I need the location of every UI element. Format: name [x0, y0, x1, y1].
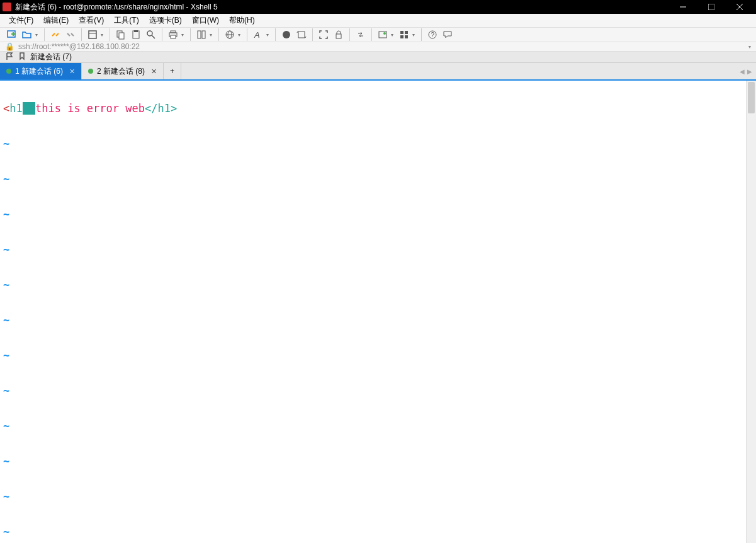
terminal-tilde: ~ — [3, 452, 753, 470]
dropdown-icon[interactable]: ▾ — [101, 32, 106, 38]
menu-bar: 文件(F) 编辑(E) 查看(V) 工具(T) 选项卡(B) 窗口(W) 帮助(… — [0, 14, 756, 28]
address-text[interactable]: ssh://root:******@192.168.100.80:22 — [18, 42, 140, 51]
reconnect-icon[interactable] — [48, 28, 62, 42]
menu-file[interactable]: 文件(F) — [5, 14, 37, 27]
svg-point-27 — [383, 32, 386, 35]
new-window-icon[interactable] — [376, 28, 390, 42]
copy-icon[interactable] — [114, 28, 128, 42]
scrollbar[interactable] — [746, 81, 756, 543]
menu-edit[interactable]: 编辑(E) — [40, 14, 72, 27]
bookmark-icon[interactable] — [18, 52, 26, 62]
tab-label: 1 新建会话 (6) — [15, 66, 63, 77]
status-dot-icon — [6, 69, 11, 74]
svg-rect-31 — [405, 35, 408, 38]
tab-session-2[interactable]: 2 新建会话 (8) ✕ — [82, 63, 164, 79]
title-bar: 新建会话 (6) - root@promote:/usr/share/nginx… — [0, 0, 756, 14]
separator — [110, 28, 110, 41]
paste-icon[interactable] — [129, 28, 143, 42]
app-icon — [3, 3, 11, 11]
terminal[interactable]: <h1>this is error web</h1> ~ ~ ~ ~ ~ ~ ~… — [0, 81, 756, 543]
menu-window[interactable]: 窗口(W) — [188, 14, 223, 27]
terminal-tilde: ~ — [3, 135, 753, 152]
terminal-tilde: ~ — [3, 241, 753, 258]
terminal-tilde: ~ — [3, 417, 753, 435]
svg-line-14 — [152, 35, 155, 38]
properties-icon[interactable] — [86, 28, 99, 42]
terminal-tilde: ~ — [3, 205, 753, 223]
svg-rect-16 — [171, 31, 176, 33]
globe-icon[interactable] — [223, 28, 237, 42]
next-tab-icon[interactable]: ▶ — [747, 68, 752, 75]
session-bar: 新建会话 (7) — [0, 52, 756, 63]
help-icon[interactable]: ? — [426, 28, 439, 42]
lock-icon: 🔒 — [5, 42, 14, 51]
tab-nav: ◀ ▶ — [740, 68, 752, 75]
fullscreen-icon[interactable] — [317, 28, 330, 42]
dropdown-icon[interactable]: ▾ — [748, 44, 751, 50]
lock-icon[interactable] — [332, 28, 346, 42]
disconnect-icon[interactable] — [64, 28, 77, 42]
svg-text:?: ? — [431, 31, 435, 38]
dropdown-icon[interactable]: ▾ — [391, 32, 396, 38]
terminal-line: <h1>this is error web</h1> — [3, 100, 753, 117]
separator — [371, 28, 372, 41]
print-icon[interactable] — [166, 28, 180, 42]
window-title: 新建会话 (6) - root@promote:/usr/share/nginx… — [15, 2, 669, 13]
separator — [349, 28, 350, 41]
menu-help[interactable]: 帮助(H) — [225, 14, 259, 27]
flag-icon[interactable] — [5, 52, 14, 62]
svg-text:A: A — [254, 30, 260, 40]
separator — [218, 28, 219, 41]
svg-rect-25 — [336, 34, 341, 38]
scrollbar-thumb[interactable] — [748, 82, 755, 113]
svg-rect-1 — [708, 4, 714, 10]
session-label[interactable]: 新建会话 (7) — [30, 52, 72, 62]
search-icon[interactable] — [144, 28, 158, 42]
svg-rect-18 — [198, 31, 201, 38]
maximize-button[interactable] — [697, 0, 725, 14]
status-dot-icon — [88, 69, 93, 74]
close-icon[interactable]: ✕ — [69, 67, 75, 76]
svg-rect-17 — [171, 35, 176, 38]
dropdown-icon[interactable]: ▾ — [181, 32, 186, 38]
svg-rect-30 — [400, 35, 403, 38]
svg-rect-12 — [134, 30, 138, 32]
close-button[interactable] — [725, 0, 753, 14]
svg-rect-28 — [400, 31, 403, 34]
svg-point-13 — [147, 31, 152, 36]
dropdown-icon[interactable]: ▾ — [210, 32, 215, 38]
chat-icon[interactable] — [441, 28, 454, 42]
terminal-tilde: ~ — [3, 346, 753, 364]
separator — [421, 28, 422, 41]
dropdown-icon[interactable]: ▾ — [266, 32, 271, 38]
font-icon[interactable]: A — [251, 28, 265, 42]
close-icon[interactable]: ✕ — [151, 67, 157, 76]
minimize-button[interactable] — [669, 0, 697, 14]
separator — [312, 28, 313, 41]
dropdown-icon[interactable]: ▾ — [412, 32, 417, 38]
new-session-icon[interactable] — [5, 28, 19, 42]
script-icon[interactable] — [295, 28, 308, 42]
address-bar: 🔒 ssh://root:******@192.168.100.80:22 ▾ — [0, 42, 756, 52]
layout-icon[interactable] — [195, 28, 208, 42]
terminal-tilde: ~ — [3, 382, 753, 399]
toolbar: ▾ ▾ ▾ ▾ ▾ A ▾ ▾ ▾ ? — [0, 28, 756, 42]
add-tab-button[interactable]: + — [164, 63, 181, 79]
dropdown-icon[interactable]: ▾ — [238, 32, 243, 38]
color-icon[interactable] — [279, 28, 293, 42]
menu-tools[interactable]: 工具(T) — [110, 14, 142, 27]
tile-icon[interactable] — [397, 28, 411, 42]
svg-rect-19 — [202, 31, 205, 38]
open-icon[interactable] — [20, 28, 34, 42]
prev-tab-icon[interactable]: ◀ — [740, 68, 745, 75]
menu-tab[interactable]: 选项卡(B) — [145, 14, 186, 27]
tab-session-1[interactable]: 1 新建会话 (6) ✕ — [0, 63, 82, 79]
dropdown-icon[interactable]: ▾ — [35, 32, 40, 38]
svg-rect-7 — [89, 31, 96, 38]
menu-view[interactable]: 查看(V) — [75, 14, 108, 27]
separator — [44, 28, 45, 41]
transfer-icon[interactable] — [354, 28, 368, 42]
svg-rect-29 — [405, 31, 408, 34]
separator — [275, 28, 276, 41]
svg-rect-10 — [119, 33, 124, 39]
